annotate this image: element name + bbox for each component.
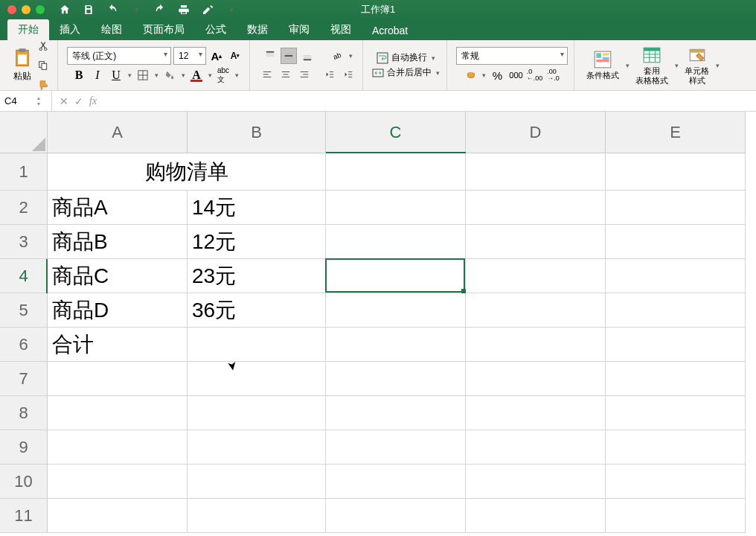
- cell-B6[interactable]: [188, 328, 326, 362]
- tab-view[interactable]: 视图: [320, 19, 362, 40]
- merge-button[interactable]: 合并后居中 ▾: [372, 66, 441, 79]
- tab-review[interactable]: 审阅: [278, 19, 320, 40]
- underline-button[interactable]: U: [108, 67, 124, 83]
- tab-data[interactable]: 数据: [237, 19, 278, 40]
- currency-button[interactable]: [463, 67, 479, 83]
- cell-D4[interactable]: [466, 259, 606, 293]
- cell-styles-button[interactable]: 单元格 样式: [682, 44, 712, 86]
- wrap-text-button[interactable]: 自动换行 ▾: [377, 51, 436, 64]
- align-bottom-button[interactable]: [299, 48, 315, 64]
- cell-C9[interactable]: [326, 430, 466, 465]
- cell-D5[interactable]: [466, 293, 606, 328]
- increase-decimal-button[interactable]: .0←.00: [527, 67, 543, 83]
- cell-B7[interactable]: [188, 362, 326, 396]
- percent-button[interactable]: %: [490, 67, 506, 83]
- cell-D8[interactable]: [466, 396, 606, 430]
- cell-D9[interactable]: [466, 430, 606, 465]
- cell-A4[interactable]: 商品C: [48, 259, 188, 293]
- maximize-window-button[interactable]: [36, 5, 45, 14]
- row-header-10[interactable]: 10: [0, 465, 48, 499]
- cell-E1[interactable]: [606, 153, 746, 191]
- fx-icon[interactable]: fx: [89, 95, 97, 107]
- cell-B4[interactable]: 23元: [188, 259, 326, 293]
- cell-D6[interactable]: [466, 328, 606, 362]
- cell-C2[interactable]: [326, 191, 466, 225]
- cell-B11[interactable]: [188, 499, 326, 533]
- minimize-window-button[interactable]: [22, 5, 31, 14]
- font-color-dropdown-icon[interactable]: ▾: [207, 71, 213, 79]
- row-header-1[interactable]: 1: [0, 153, 48, 191]
- cell-D10[interactable]: [466, 465, 606, 499]
- cell-C10[interactable]: [326, 465, 466, 499]
- name-box[interactable]: ▴▾: [0, 91, 52, 111]
- tab-insert[interactable]: 插入: [49, 19, 91, 40]
- tab-formulas[interactable]: 公式: [195, 19, 237, 40]
- save-icon[interactable]: [82, 3, 95, 16]
- cell-B2[interactable]: 14元: [188, 191, 326, 225]
- align-top-button[interactable]: [262, 48, 278, 64]
- name-box-input[interactable]: [0, 95, 37, 106]
- cell-E5[interactable]: [606, 293, 746, 328]
- font-color-button[interactable]: A: [188, 67, 205, 83]
- tab-draw[interactable]: 绘图: [91, 19, 132, 40]
- cell-styles-dropdown-icon[interactable]: ▾: [714, 62, 720, 69]
- cond-format-dropdown-icon[interactable]: ▾: [624, 62, 630, 69]
- bold-button[interactable]: B: [71, 67, 87, 83]
- decrease-decimal-button[interactable]: .00→.0: [545, 67, 562, 83]
- copy-button[interactable]: [35, 57, 51, 74]
- increase-indent-button[interactable]: [340, 66, 356, 83]
- cell-A1[interactable]: 购物清单: [48, 153, 326, 191]
- cell-E6[interactable]: [606, 328, 746, 362]
- cell-A10[interactable]: [48, 465, 188, 499]
- cell-A5[interactable]: 商品D: [48, 293, 188, 328]
- undo-dropdown-icon[interactable]: ▾: [129, 3, 143, 16]
- cell-E4[interactable]: [606, 259, 746, 293]
- cell-B10[interactable]: [188, 465, 326, 499]
- cell-C4[interactable]: [326, 259, 466, 293]
- select-all-corner[interactable]: [0, 112, 48, 153]
- cell-C11[interactable]: [326, 499, 466, 533]
- comma-button[interactable]: 000: [508, 67, 525, 83]
- cell-A11[interactable]: [48, 499, 188, 533]
- cell-C7[interactable]: [326, 362, 466, 396]
- merge-dropdown-icon[interactable]: ▾: [435, 69, 441, 77]
- row-header-6[interactable]: 6: [0, 328, 48, 362]
- orientation-button[interactable]: ab: [329, 48, 345, 64]
- cell-C8[interactable]: [326, 396, 466, 430]
- number-format-select[interactable]: [456, 47, 568, 65]
- font-name-select[interactable]: [67, 47, 171, 65]
- cell-E11[interactable]: [606, 499, 746, 533]
- cell-B3[interactable]: 12元: [188, 225, 326, 259]
- column-header-D[interactable]: D: [466, 112, 606, 153]
- cell-D3[interactable]: [466, 225, 606, 259]
- orientation-dropdown-icon[interactable]: ▾: [347, 52, 353, 60]
- cell-E7[interactable]: [606, 362, 746, 396]
- font-size-select[interactable]: [173, 47, 206, 65]
- accept-formula-icon[interactable]: ✓: [74, 95, 83, 107]
- decrease-indent-button[interactable]: [321, 66, 338, 83]
- cell-D1[interactable]: [466, 153, 606, 191]
- print-icon[interactable]: [177, 3, 190, 16]
- column-header-C[interactable]: C: [326, 112, 466, 153]
- tab-layout[interactable]: 页面布局: [132, 19, 195, 40]
- fill-color-button[interactable]: [161, 67, 178, 83]
- italic-button[interactable]: I: [89, 67, 106, 83]
- cancel-formula-icon[interactable]: ✕: [60, 95, 68, 107]
- cell-grid[interactable]: 购物清单商品A14元商品B12元商品C23元商品D36元合计: [48, 153, 746, 533]
- paste-button[interactable]: 粘贴: [12, 48, 33, 83]
- cell-A3[interactable]: 商品B: [48, 225, 188, 259]
- cut-button[interactable]: [35, 38, 51, 54]
- cell-A8[interactable]: [48, 396, 188, 430]
- home-icon[interactable]: [58, 3, 71, 16]
- column-header-A[interactable]: A: [48, 112, 188, 153]
- cell-B8[interactable]: [188, 396, 326, 430]
- cell-B9[interactable]: [188, 430, 326, 465]
- borders-dropdown-icon[interactable]: ▾: [153, 71, 159, 79]
- undo-icon[interactable]: [106, 3, 119, 16]
- phonetic-dropdown-icon[interactable]: ▾: [234, 71, 240, 79]
- cell-C3[interactable]: [326, 225, 466, 259]
- cell-B5[interactable]: 36元: [188, 293, 326, 328]
- formula-input[interactable]: [104, 95, 756, 106]
- align-center-button[interactable]: [278, 66, 294, 83]
- cell-A9[interactable]: [48, 430, 188, 465]
